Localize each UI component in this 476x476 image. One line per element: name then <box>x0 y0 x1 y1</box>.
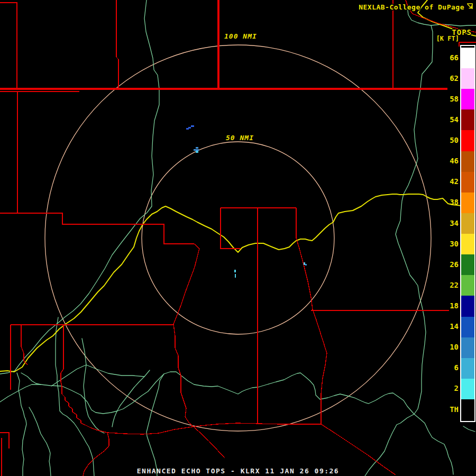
scale-label-2: 2 <box>441 385 459 392</box>
scale-label-10: 10 <box>441 343 459 351</box>
scale-label-42: 42 <box>441 178 459 186</box>
range-ring-100nmi <box>45 45 431 431</box>
scale-segment-2 <box>461 379 474 399</box>
range-rings <box>45 45 431 431</box>
scale-segment-30 <box>461 234 474 254</box>
scale-segment-62 <box>461 68 474 89</box>
echo-tops-color-scale <box>460 45 475 422</box>
scale-segment-34 <box>461 213 474 234</box>
scale-segment-50 <box>461 130 474 151</box>
scale-segment-58 <box>461 89 474 109</box>
scale-segment-38 <box>461 193 474 213</box>
range-ring-50nmi <box>142 142 334 334</box>
scale-label-46: 46 <box>441 157 459 165</box>
radar-display: 100 NMI 50 NMI NEXLAB-College of DuPage … <box>0 0 476 476</box>
scale-segment-18 <box>461 296 474 316</box>
product-title: ENHANCED ECHO TOPS - KLRX 11 JAN 26 09:2… <box>0 467 476 475</box>
scale-label-54: 54 <box>441 116 459 124</box>
scale-segment-10 <box>461 337 474 358</box>
scale-label-50: 50 <box>441 136 459 144</box>
scale-segment-66 <box>461 48 474 68</box>
scale-label-38: 38 <box>441 198 459 206</box>
county-boundary-lines <box>0 0 476 476</box>
scale-label-26: 26 <box>441 261 459 269</box>
window-arrow-icon <box>466 3 473 10</box>
scale-label-66: 66 <box>441 54 459 62</box>
radar-echo <box>188 127 191 129</box>
scale-label-18: 18 <box>441 302 459 310</box>
scale-segment-22 <box>461 275 474 296</box>
scale-label-58: 58 <box>441 95 459 103</box>
radar-echo <box>191 125 194 127</box>
range-ring-label-50nmi: 50 NMI <box>226 134 254 142</box>
radar-echo <box>235 274 236 278</box>
major-river-lines <box>0 0 476 372</box>
scale-label-62: 62 <box>441 75 459 83</box>
scale-segment-54 <box>461 109 474 130</box>
radar-echo <box>234 270 236 272</box>
scale-segment-42 <box>461 172 474 193</box>
radar-echo <box>196 151 198 153</box>
radar-echo <box>196 147 198 149</box>
radar-echo <box>305 264 307 266</box>
scale-label-34: 34 <box>441 219 459 227</box>
scale-segment-14 <box>461 317 474 337</box>
scale-label-22: 22 <box>441 281 459 289</box>
scale-segment-46 <box>461 151 474 172</box>
scale-label-6: 6 <box>441 364 459 372</box>
scale-label-30: 30 <box>441 240 459 248</box>
scale-label-threshold: TH <box>441 406 459 414</box>
radar-map-canvas <box>0 0 476 476</box>
legend-unit-label: [K FT] <box>436 35 459 42</box>
scale-segment-26 <box>461 254 474 275</box>
state-boundary-lines <box>0 0 447 89</box>
scale-label-14: 14 <box>441 323 459 331</box>
range-ring-label-100nmi: 100 NMI <box>224 32 257 40</box>
brand-text: NEXLAB-College of DuPage <box>359 3 464 11</box>
river-lines <box>0 0 476 476</box>
scale-segment-6 <box>461 358 474 379</box>
